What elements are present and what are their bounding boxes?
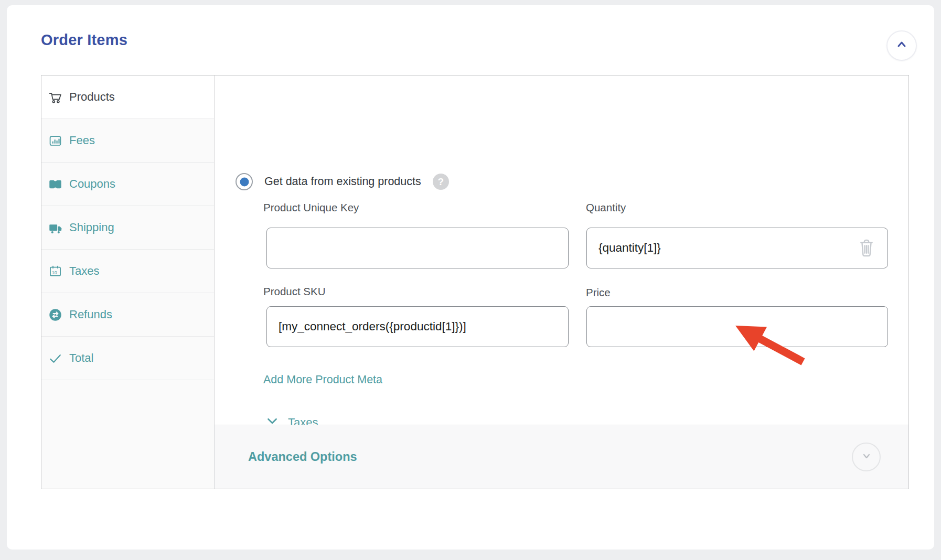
product-unique-key-label: Product Unique Key bbox=[263, 201, 359, 214]
price-label: Price bbox=[586, 286, 611, 299]
sidebar-item-fees[interactable]: Fees bbox=[41, 119, 214, 163]
svg-text:10: 10 bbox=[52, 270, 57, 275]
page-title: Order Items bbox=[41, 31, 127, 49]
sidebar-item-label: Fees bbox=[69, 134, 95, 147]
checkmark-icon bbox=[48, 351, 62, 365]
price-input[interactable] bbox=[586, 306, 888, 347]
order-items-sidebar: Products Fees bbox=[41, 76, 215, 489]
chevron-up-icon bbox=[894, 37, 909, 54]
advanced-options-section: Advanced Options bbox=[215, 425, 908, 489]
sidebar-item-label: Refunds bbox=[69, 308, 112, 321]
product-sku-label: Product SKU bbox=[263, 285, 326, 298]
sidebar-item-taxes[interactable]: 10 Taxes bbox=[41, 250, 214, 293]
order-items-panel: Products Fees bbox=[41, 75, 909, 489]
sidebar-item-products[interactable]: Products bbox=[41, 76, 214, 119]
option-get-existing-products: Get data from existing products ? bbox=[236, 173, 449, 190]
product-unique-key-input[interactable] bbox=[266, 228, 569, 268]
advanced-options-toggle[interactable]: Advanced Options bbox=[248, 450, 357, 464]
sidebar-item-label: Coupons bbox=[69, 177, 115, 191]
sidebar-item-coupons[interactable]: Coupons bbox=[41, 163, 214, 206]
option-label: Get data from existing products bbox=[264, 175, 421, 188]
bar-chart-icon bbox=[48, 134, 62, 148]
sidebar-item-shipping[interactable]: Shipping bbox=[41, 206, 214, 250]
refund-arrows-icon bbox=[48, 308, 62, 322]
sidebar-item-label: Products bbox=[69, 90, 115, 104]
sidebar-item-label: Shipping bbox=[69, 221, 114, 234]
question-mark-icon[interactable]: ? bbox=[433, 174, 449, 190]
quantity-label: Quantity bbox=[586, 201, 626, 214]
sidebar-item-label: Total bbox=[69, 351, 93, 365]
order-items-card: Order Items bbox=[7, 5, 934, 550]
sidebar-item-refunds[interactable]: Refunds bbox=[41, 293, 214, 337]
product-sku-input[interactable] bbox=[266, 306, 569, 347]
products-tab-content: Get data from existing products ? Produc… bbox=[215, 76, 908, 489]
ticket-icon bbox=[48, 177, 62, 191]
collapse-section-button[interactable] bbox=[886, 30, 917, 61]
truck-icon bbox=[48, 221, 62, 235]
trash-icon[interactable] bbox=[857, 236, 876, 259]
sidebar-item-total[interactable]: Total bbox=[41, 337, 214, 380]
sidebar-item-label: Taxes bbox=[69, 264, 99, 278]
cart-icon bbox=[48, 90, 62, 104]
radio-get-existing-products[interactable] bbox=[236, 173, 253, 190]
screen: Order Items bbox=[0, 0, 941, 560]
calendar-icon: 10 bbox=[48, 264, 62, 278]
add-more-product-meta-link[interactable]: Add More Product Meta bbox=[263, 373, 382, 386]
quantity-input[interactable] bbox=[586, 228, 888, 268]
chevron-down-icon bbox=[860, 449, 873, 465]
advanced-options-expand-button[interactable] bbox=[852, 443, 881, 471]
